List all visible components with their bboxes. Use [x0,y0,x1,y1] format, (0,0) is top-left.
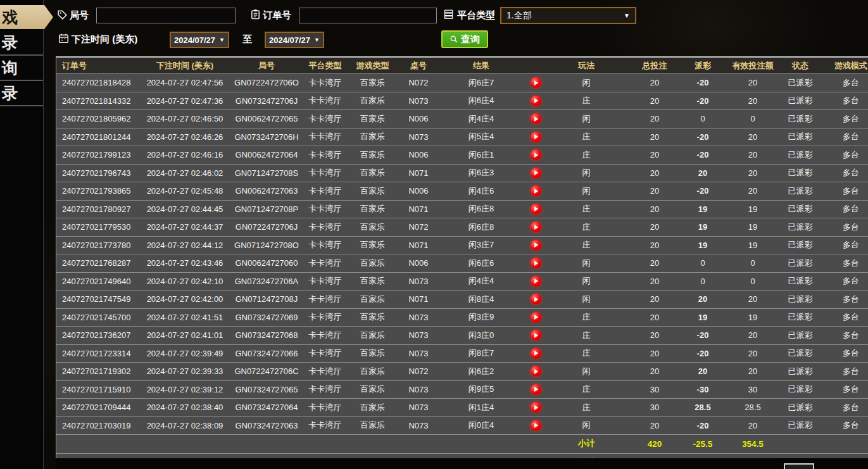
platform-cell: 卡卡湾厅 [305,113,346,125]
game-type-cell: 百家乐 [346,311,399,323]
sidebar-tab-query[interactable]: 询 [0,56,43,81]
order-number-cell: 240727021768287 [56,258,141,268]
game-mode-cell: 多台 [817,347,868,359]
bet-type-cell: 庄 [546,330,626,341]
play-video-icon[interactable] [531,113,541,124]
platform-cell: 卡卡湾厅 [305,275,346,287]
sidebar-tab-record-1[interactable]: 录 [0,30,43,56]
table-number-cell: N071 [399,168,437,178]
play-video-icon[interactable] [531,204,541,215]
game-type-cell: 百家乐 [346,402,399,413]
result-video-cell [525,240,546,251]
table-number-cell: N073 [399,313,437,322]
play-video-icon[interactable] [531,348,541,359]
play-video-icon[interactable] [531,402,541,413]
play-video-icon[interactable] [531,294,541,304]
play-video-icon[interactable] [531,258,541,268]
play-video-icon[interactable] [531,276,541,287]
sidebar: 戏 录 询 录 [0,0,44,469]
play-video-icon[interactable] [531,312,541,323]
table-body: 2407270218184282024-07-27 02:47:56GN0722… [56,73,868,434]
valid-bet-cell: 20 [722,96,783,106]
bet-type-cell: 庄 [546,131,626,142]
play-video-icon[interactable] [531,384,541,395]
order-number-input[interactable] [299,8,437,23]
play-video-icon[interactable] [531,149,541,160]
table-number-cell: N073 [399,421,437,430]
play-video-icon[interactable] [531,330,541,341]
round-number-cell: GN0722472706C [229,366,305,376]
valid-bet-cell: 20 [722,330,783,340]
bet-type-cell: 庄 [546,311,626,323]
result-video-cell [525,276,546,287]
platform-cell: 卡卡湾厅 [305,239,346,251]
game-type-cell: 百家乐 [346,347,399,359]
result-video-cell [525,204,546,215]
payout-cell: 20 [683,294,722,304]
play-triangle [534,116,538,122]
play-video-icon[interactable] [531,366,541,377]
bet-time-cell: 2024-07-27 02:39:12 [141,385,229,394]
game-mode-cell: 多台 [817,330,868,341]
play-video-icon[interactable] [531,222,541,232]
partial-button[interactable] [784,463,814,469]
result-video-cell [525,420,546,431]
round-number-cell: GN0722472706O [229,78,305,87]
play-video-icon[interactable] [531,96,541,106]
play-video-icon[interactable] [531,132,541,142]
play-video-icon[interactable] [531,168,541,178]
play-triangle [534,170,538,175]
game-mode-cell: 多台 [817,185,868,197]
order-number-cell: 240727021814332 [56,96,141,106]
date-from-select[interactable]: 2024/07/27 ▼ [170,32,229,48]
order-number-cell: 240727021709444 [56,403,141,412]
play-video-icon[interactable] [531,185,541,196]
round-number-cell: GN07324727065 [229,385,305,394]
platform-cell: 卡卡湾厅 [305,95,346,106]
payout-cell: 28.5 [683,403,722,412]
game-mode-cell: 多台 [817,222,868,233]
game-type-cell: 百家乐 [346,294,399,305]
platform-cell: 卡卡湾厅 [305,77,346,89]
platform-cell: 卡卡湾厅 [305,366,346,377]
clipboard-icon [250,9,261,20]
bet-type-cell: 庄 [546,95,626,106]
total-bet-cell: 20 [626,204,683,214]
sidebar-tab-game[interactable]: 戏 [0,5,55,29]
date-to-select[interactable]: 2024/07/27 ▼ [265,32,324,48]
search-icon [450,35,458,44]
game-mode-cell: 多台 [817,131,868,142]
result-video-cell [525,149,546,160]
play-video-icon[interactable] [531,77,541,88]
total-bet-cell: 20 [626,186,683,196]
status-cell: 已派彩 [783,330,817,341]
bet-time-cell: 2024-07-27 02:46:50 [141,114,229,123]
bet-time-cell: 2024-07-27 02:42:10 [141,277,229,286]
subtotal-row: 小计420-25.5354.5 [56,434,868,453]
status-cell: 已派彩 [783,113,817,125]
game-type-cell: 百家乐 [346,167,399,178]
table-row: 2407270217967432024-07-27 02:46:02GN0712… [56,164,868,182]
status-cell: 已派彩 [783,294,817,305]
column-header: 游戏模式 [817,60,868,72]
play-video-icon[interactable] [531,240,541,251]
play-triangle [534,315,538,320]
sidebar-tab-record-2[interactable]: 录 [0,81,43,106]
platform-type-select[interactable]: 1.全部 ▼ [500,7,636,24]
search-button[interactable]: 查询 [441,30,488,48]
bet-type-cell: 闲 [546,420,626,431]
bet-time-label: 下注时间 (美东) [72,34,137,46]
table-number-cell: N073 [399,132,437,142]
game-mode-cell: 多台 [817,95,868,106]
table-row: 2407270217457002024-07-27 02:41:51GN0732… [56,308,868,327]
result-video-cell [525,168,546,178]
order-number-cell: 240727021736207 [56,330,141,340]
table-row: 2407270217193022024-07-27 02:39:33GN0722… [56,362,868,380]
game-mode-cell: 多台 [817,420,868,431]
play-video-icon[interactable] [531,420,541,431]
play-triangle [534,206,538,211]
chevron-down-icon: ▼ [314,37,320,43]
bet-time-cell: 2024-07-27 02:41:51 [141,313,229,322]
platform-cell: 卡卡湾厅 [305,131,346,142]
round-number-input[interactable] [96,8,236,23]
